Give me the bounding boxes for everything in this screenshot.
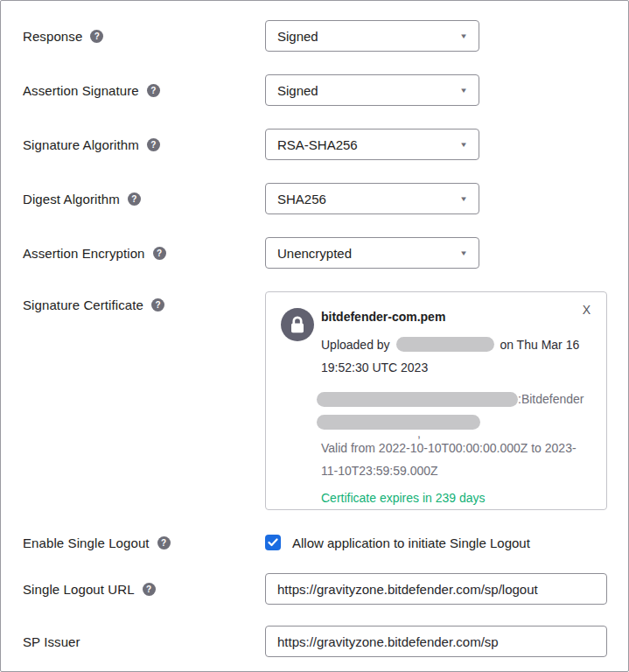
digest-algorithm-label-group: Digest Algorithm ? [23, 192, 265, 206]
assertion-signature-label-group: Assertion Signature ? [23, 83, 265, 98]
response-select[interactable]: Signed ▼ [265, 20, 479, 52]
certificate-details: bitdefender-com.pem Uploaded by on Thu M… [321, 304, 592, 507]
enable-single-logout-label-group: Enable Single Logout ? [23, 536, 265, 550]
issuer-suffix-text: :Bitdefender [518, 392, 584, 406]
help-icon[interactable]: ? [128, 192, 141, 206]
sp-issuer-label-group: SP Issuer [23, 634, 265, 649]
single-logout-url-label-group: Single Logout URL ? [23, 582, 265, 597]
form-row-assertion-encryption: Assertion Encryption ? Unencrypted ▼ [23, 237, 607, 269]
chevron-down-icon: ▼ [459, 195, 468, 203]
help-icon[interactable]: ? [153, 247, 166, 260]
single-logout-url-control [265, 573, 607, 605]
certificate-card: X bitdefender-com.pem Uploaded by on Thu… [265, 291, 607, 510]
single-logout-url-label: Single Logout URL [23, 582, 135, 597]
digest-algorithm-control: SHA256 ▼ [265, 183, 607, 214]
signature-algorithm-select-value: RSA-SHA256 [277, 137, 358, 152]
assertion-signature-select[interactable]: Signed ▼ [265, 74, 479, 106]
chevron-down-icon: ▼ [459, 249, 468, 257]
help-icon[interactable]: ? [90, 30, 103, 43]
certificate-validity-text: Valid from 2022-10-10T00:00:00.000Z to 2… [321, 437, 592, 482]
form-row-assertion-signature: Assertion Signature ? Signed ▼ [23, 74, 607, 106]
assertion-signature-select-value: Signed [277, 83, 318, 98]
response-select-value: Signed [277, 29, 318, 44]
signature-certificate-control: X bitdefender-com.pem Uploaded by on Thu… [265, 291, 607, 510]
help-icon[interactable]: ? [147, 138, 160, 151]
chevron-down-icon: ▼ [459, 141, 468, 149]
signature-algorithm-select[interactable]: RSA-SHA256 ▼ [265, 129, 479, 160]
form-row-sp-issuer: SP Issuer [23, 626, 607, 657]
redacted-issuer-text [317, 392, 518, 407]
redacted-uploader-name [396, 337, 494, 352]
assertion-signature-label: Assertion Signature [23, 83, 139, 98]
single-logout-url-input[interactable] [265, 573, 607, 605]
response-label-group: Response ? [23, 29, 265, 44]
help-icon[interactable]: ? [143, 583, 156, 596]
checkmark-icon [268, 538, 278, 547]
subject-comma-artifact: , [417, 422, 421, 444]
form-row-signature-algorithm: Signature Algorithm ? RSA-SHA256 ▼ [23, 129, 607, 160]
redacted-subject-text [317, 415, 480, 430]
single-logout-checkbox-label: Allow application to initiate Single Log… [292, 536, 530, 550]
sp-issuer-control [265, 626, 607, 657]
response-label: Response [23, 29, 82, 44]
form-row-response: Response ? Signed ▼ [23, 20, 607, 52]
uploaded-prefix-text: Uploaded by [321, 338, 390, 352]
sp-issuer-input[interactable] [265, 626, 607, 657]
assertion-encryption-select[interactable]: Unencrypted ▼ [265, 237, 479, 269]
chevron-down-icon: ▼ [459, 32, 468, 40]
certificate-remove-button[interactable]: X [579, 301, 594, 318]
single-logout-checkbox[interactable] [265, 535, 281, 550]
form-row-enable-single-logout: Enable Single Logout ? Allow application… [23, 534, 607, 551]
help-icon[interactable]: ? [157, 536, 171, 550]
certificate-expiry-notice: Certificate expires in 239 days [321, 489, 592, 507]
form-row-digest-algorithm: Digest Algorithm ? SHA256 ▼ [23, 183, 607, 214]
signature-algorithm-label: Signature Algorithm [23, 137, 139, 152]
saml-settings-panel: Response ? Signed ▼ Assertion Signature … [0, 0, 629, 672]
signature-certificate-label: Signature Certificate [23, 298, 143, 312]
enable-single-logout-control: Allow application to initiate Single Log… [265, 535, 607, 550]
single-logout-checkbox-group: Allow application to initiate Single Log… [265, 535, 607, 550]
digest-algorithm-label: Digest Algorithm [23, 192, 120, 206]
digest-algorithm-select[interactable]: SHA256 ▼ [265, 183, 479, 214]
assertion-encryption-select-value: Unencrypted [277, 246, 352, 261]
assertion-signature-control: Signed ▼ [265, 74, 607, 106]
signature-algorithm-control: RSA-SHA256 ▼ [265, 129, 607, 160]
signature-certificate-label-group: Signature Certificate ? [23, 291, 265, 312]
form-row-single-logout-url: Single Logout URL ? [23, 573, 607, 605]
digest-algorithm-select-value: SHA256 [277, 192, 326, 206]
assertion-encryption-label: Assertion Encryption [23, 246, 145, 261]
certificate-subject-line: , [321, 410, 592, 433]
sp-issuer-label: SP Issuer [23, 634, 80, 649]
assertion-encryption-control: Unencrypted ▼ [265, 237, 607, 269]
form-row-signature-certificate: Signature Certificate ? X bitdefender-co… [23, 291, 607, 510]
lock-icon [281, 308, 314, 341]
signature-algorithm-label-group: Signature Algorithm ? [23, 137, 265, 152]
certificate-filename: bitdefender-com.pem [321, 304, 592, 326]
certificate-issuer-line: :Bitdefender [321, 388, 592, 410]
assertion-encryption-label-group: Assertion Encryption ? [23, 246, 265, 261]
help-icon[interactable]: ? [151, 298, 164, 312]
help-icon[interactable]: ? [147, 84, 160, 97]
response-control: Signed ▼ [265, 20, 607, 52]
enable-single-logout-label: Enable Single Logout [23, 536, 150, 550]
chevron-down-icon: ▼ [459, 87, 468, 94]
certificate-uploaded-line: Uploaded by on Thu Mar 16 19:52:30 UTC 2… [321, 333, 592, 379]
